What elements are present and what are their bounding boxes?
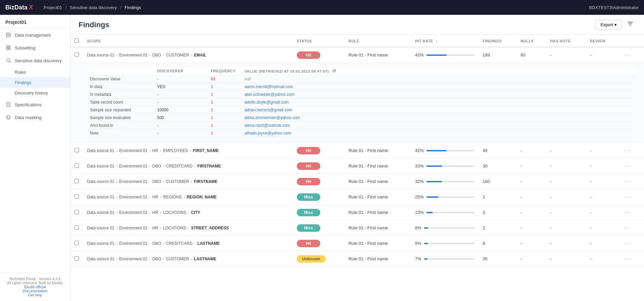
breadcrumb-project[interactable]: Project01 [44, 5, 62, 10]
status-badge: Unknown [297, 255, 326, 263]
table-body: Data source 01 › Environment 01 › DBO › … [71, 47, 644, 267]
sidebar-item-specifications[interactable]: Specifications [0, 98, 70, 111]
exp-freq-sreq: 1 [208, 106, 242, 114]
exp-col-property [87, 67, 154, 75]
footer-link-docs[interactable]: Documentation [5, 289, 65, 293]
exp-row-sample-req: Sample size requested 10000 1 adrian.her… [87, 106, 636, 114]
exp-row-note: Note - 1 alfredo.joyce@yahoo.com [87, 129, 636, 137]
footer-version: BizDataX Portal - Version 4.3.1 [5, 277, 65, 281]
exp-value-af: alena.nash@outlook.com [242, 122, 636, 129]
exp-freq-indata: 1 [208, 83, 242, 91]
table-row: Data source 01 › Environment 01 › HR › L… [71, 205, 644, 220]
sidebar-item-data-management[interactable]: Data management [0, 29, 70, 41]
row-has-note: - [546, 251, 586, 267]
findings-table: SCOPE STATUS RULE HIT RATE ↓ FINDINGS NU… [71, 35, 644, 267]
more-button[interactable]: ··· [623, 255, 633, 263]
row-rule: Rule 01 - First name [344, 205, 411, 220]
row-rule: Rule 01 - First name [344, 143, 411, 158]
table-row: Data source 01 › Environment 01 › DBO › … [71, 236, 644, 251]
row-checkbox[interactable] [75, 179, 79, 183]
row-review: - [586, 158, 619, 174]
hit-rate-fill [426, 54, 447, 56]
username: BDXTEST3\Administrator [589, 5, 639, 10]
refresh-icon[interactable]: ↺ [332, 68, 336, 74]
filter-button[interactable] [625, 20, 636, 30]
sidebar-item-data-masking[interactable]: Data masking [0, 111, 70, 124]
row-scope: Data source 01 › Environment 01 › HR › E… [83, 143, 293, 158]
row-checkbox[interactable] [75, 241, 79, 245]
row-review: - [586, 143, 619, 158]
exp-label-note: Note [87, 129, 154, 137]
row-checkbox[interactable] [75, 52, 79, 57]
main-content: Findings Export ▾ SCOPE [71, 15, 644, 301]
row-findings: 8 [478, 236, 516, 251]
sidebar-item-sensitive[interactable]: Sensitive data discovery [0, 54, 70, 67]
hit-rate-value: 32% [415, 179, 424, 184]
export-button[interactable]: Export ▾ [595, 20, 622, 30]
select-all-checkbox[interactable] [75, 38, 79, 43]
hit-rate-value: 13% [415, 210, 424, 215]
sidebar-item-rules[interactable]: Rules [0, 67, 70, 77]
svg-rect-6 [7, 103, 10, 107]
table-row: Data source 01 › Environment 01 › DBO › … [71, 174, 644, 189]
breadcrumb-sensitive[interactable]: Sensitive data discovery [70, 5, 117, 10]
row-checkbox-cell [71, 174, 83, 189]
row-has-note: - [546, 47, 586, 63]
svg-point-0 [6, 33, 10, 34]
exp-row-in-metadata: In metadata - 1 abel.schneider@yahoo.com [87, 91, 636, 99]
row-hit-rate: 8% [411, 220, 478, 236]
status-badge: Hit [297, 240, 320, 247]
footer-link-ekobit[interactable]: Ekobit official [5, 285, 65, 289]
sep2: / [120, 5, 122, 10]
row-scope: Data source 01 › Environment 01 › DBO › … [83, 174, 293, 189]
more-button[interactable]: ··· [623, 239, 633, 248]
more-button[interactable]: ··· [623, 224, 633, 232]
exp-freq-meta: 1 [208, 91, 242, 99]
sidebar-label-data-management: Data management [15, 33, 51, 38]
more-button[interactable]: ··· [623, 51, 633, 59]
row-checkbox[interactable] [75, 256, 79, 261]
col-hit-rate[interactable]: HIT RATE ↓ [411, 35, 478, 47]
table-row: Data source 01 › Environment 01 › DBO › … [71, 158, 644, 174]
sidebar-item-subsetting[interactable]: Subsetting [0, 41, 70, 54]
row-checkbox[interactable] [75, 225, 79, 230]
row-hit-rate: 13% [411, 205, 478, 220]
row-has-note: - [546, 158, 586, 174]
hit-rate-fill [426, 165, 442, 167]
more-button[interactable]: ··· [623, 162, 633, 170]
row-scope: Data source 01 › Environment 01 › DBO › … [83, 47, 293, 63]
exp-freq-note: 1 [208, 129, 242, 137]
hit-rate-fill [426, 181, 442, 182]
expanded-content: Discoverer Frequency Value (Retrieved at… [71, 63, 644, 143]
exp-value-note: alfredo.joyce@yahoo.com [242, 129, 636, 137]
sidebar-item-discovery-history[interactable]: Discovery history [0, 88, 70, 98]
row-checkbox-cell [71, 236, 83, 251]
row-checkbox-cell [71, 220, 83, 236]
footer-link-help[interactable]: Get help [5, 293, 65, 297]
row-status: Hit [293, 236, 344, 251]
more-button[interactable]: ··· [623, 146, 633, 155]
exp-freq-af: 1 [208, 122, 242, 129]
row-checkbox[interactable] [75, 163, 79, 168]
more-button[interactable]: ··· [623, 193, 633, 201]
row-status: Miss [293, 220, 344, 236]
exp-value-meta: abel.schneider@yahoo.com [242, 91, 636, 99]
row-review: - [586, 220, 619, 236]
table-row: Data source 01 › Environment 01 › HR › L… [71, 220, 644, 236]
more-button[interactable]: ··· [623, 177, 633, 186]
expanded-cell: Discoverer Frequency Value (Retrieved at… [71, 63, 644, 143]
exp-label-seval: Sample size evaluated [87, 114, 154, 122]
row-checkbox[interactable] [75, 194, 79, 199]
sidebar-item-findings[interactable]: Findings [0, 77, 70, 88]
more-button[interactable]: ··· [623, 208, 633, 217]
row-checkbox[interactable] [75, 148, 79, 152]
exp-col-discoverer: Discoverer [154, 67, 208, 75]
page-title: Findings [79, 21, 109, 29]
exp-val-meta: - [154, 91, 208, 99]
exp-label-trc: Table record count [87, 99, 154, 106]
exp-col-value: Value (Retrieved at 14.01.2022 09:47:07)… [242, 67, 636, 75]
exp-value-seval: aisha.zimmerman@yahoo.com [242, 114, 636, 122]
chevron-down-icon: ▾ [614, 22, 617, 27]
row-has-note: - [546, 174, 586, 189]
row-checkbox[interactable] [75, 210, 79, 214]
